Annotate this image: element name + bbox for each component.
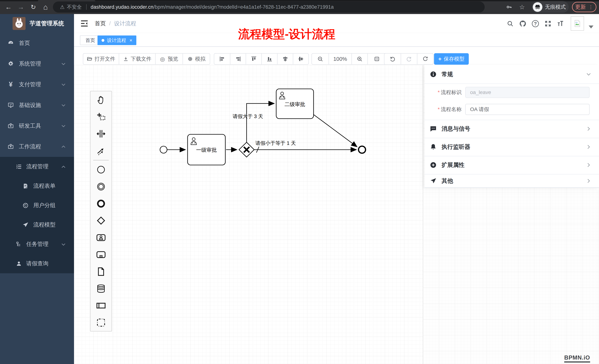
sidebar-item-process-mgmt[interactable]: 流程管理 [0, 157, 74, 176]
space-tool[interactable] [90, 125, 112, 142]
tab-design-process[interactable]: 设计流程 × [97, 35, 136, 45]
sidebar-item-process-model[interactable]: 流程模型 [0, 215, 74, 235]
sidebar-item-infra[interactable]: 基础设施 [0, 95, 74, 116]
create-intermediate-event[interactable] [90, 178, 112, 195]
sidebar-collapse-icon[interactable] [80, 19, 89, 28]
bpmn-io-logo[interactable]: BPMN.iO [564, 354, 590, 363]
create-subprocess[interactable] [90, 246, 112, 263]
section-execution-listener[interactable]: 执行监听器 [424, 138, 599, 156]
avatar[interactable] [571, 16, 584, 31]
github-icon[interactable] [518, 19, 528, 28]
home-button[interactable]: ⌂ [41, 2, 50, 12]
text-size-icon[interactable] [556, 19, 565, 28]
create-exclusive-gateway[interactable] [90, 212, 112, 229]
bpmn-diagram: 一级审批 请假大于 3 天 二级审批 [74, 65, 423, 364]
section-general[interactable]: 常规 [424, 65, 599, 84]
create-user-task[interactable] [90, 229, 112, 246]
browser-update-button[interactable]: 更新 ⋮ [572, 2, 596, 12]
sidebar-item-workflow[interactable]: 工作流程 [0, 136, 74, 157]
align-bottom-button[interactable] [261, 54, 277, 64]
create-data-store[interactable] [90, 280, 112, 297]
back-button[interactable]: ← [4, 2, 13, 12]
align-top-button[interactable] [246, 54, 261, 64]
sidebar-item-system[interactable]: 系统管理 [0, 53, 74, 74]
sequence-flow[interactable] [314, 115, 357, 146]
designer-content: 一级审批 请假大于 3 天 二级审批 [74, 65, 599, 364]
sidebar-item-devtools[interactable]: 研发工具 [0, 116, 74, 136]
zoom-in-button[interactable] [352, 54, 367, 64]
restart-button[interactable] [417, 54, 433, 64]
comment-icon [430, 125, 437, 132]
undo-button[interactable] [384, 54, 401, 64]
sidebar-item-leave-query[interactable]: 请假查询 [0, 254, 74, 273]
process-key-input[interactable] [465, 87, 590, 98]
create-group[interactable] [90, 314, 112, 331]
app-logo-row[interactable]: 芋道管理系统 [0, 14, 74, 33]
browser-menu-dots-icon[interactable]: ⋮ [589, 4, 593, 10]
sidebar-item-label: 流程表单 [33, 182, 55, 190]
page-header: 首页 / 设计流程 ? [74, 14, 599, 33]
lasso-tool[interactable] [90, 108, 112, 125]
search-icon[interactable] [506, 19, 515, 28]
preview-button[interactable]: ◎ 预览 [155, 54, 183, 64]
sidebar-item-label: 用户分组 [33, 202, 55, 209]
security-label[interactable]: 不安全 [67, 4, 82, 10]
align-left-button[interactable] [214, 54, 230, 64]
sidebar-item-label: 请假查询 [26, 260, 48, 267]
fullscreen-icon[interactable] [543, 19, 553, 28]
align-vertical-center-button[interactable] [277, 54, 293, 64]
breadcrumb-home[interactable]: 首页 [95, 20, 106, 27]
create-end-event[interactable] [90, 195, 112, 212]
open-file-button[interactable]: 打开文件 [83, 54, 119, 64]
global-connect-tool[interactable] [90, 142, 112, 159]
section-other[interactable]: 其他 [424, 174, 599, 188]
align-right-button[interactable] [230, 54, 246, 64]
zoom-out-button[interactable] [312, 54, 328, 64]
preview-icon: ◎ [160, 56, 166, 62]
start-event[interactable] [160, 146, 167, 153]
sidebar-item-user-group[interactable]: 用户分组 [0, 196, 74, 215]
url-bar[interactable]: ⚠ 不安全 dashboard.yudao.iocoder.cn /bpm/ma… [53, 1, 485, 13]
section-extended-properties[interactable]: 扩展属性 [424, 156, 599, 174]
bookmark-star-icon[interactable]: ☆ [517, 2, 527, 12]
bpmn-canvas[interactable]: 一级审批 请假大于 3 天 二级审批 [74, 65, 423, 364]
download-file-button[interactable]: 下载文件 [119, 54, 155, 64]
chevron-down-icon [61, 61, 66, 66]
forward-button[interactable]: → [16, 2, 26, 12]
sidebar-item-payment[interactable]: ¥ 支付管理 [0, 74, 74, 95]
zoom-level: 100% [328, 54, 352, 64]
create-participant[interactable] [90, 297, 112, 314]
avatar-caret-icon[interactable] [589, 25, 593, 28]
sidebar-item-label: 工作流程 [19, 143, 41, 150]
history-button-group [384, 53, 433, 65]
sidebar-item-process-form[interactable]: 流程表单 [0, 176, 74, 196]
process-name-input[interactable] [465, 104, 590, 115]
close-icon[interactable]: × [130, 37, 132, 43]
main-area: 首页 / 设计流程 ? [74, 14, 599, 364]
designer-toolbar: 打开文件 下载文件 ◎ 预览 [74, 47, 599, 65]
create-start-event[interactable] [90, 161, 112, 178]
password-key-icon[interactable] [504, 2, 514, 12]
end-event[interactable] [359, 146, 366, 153]
flow-label[interactable]: 请假大于 3 天 [233, 114, 263, 119]
sequence-flow-gt3[interactable] [247, 103, 274, 142]
section-message-signal[interactable]: 消息与信号 [424, 120, 599, 138]
simulate-button[interactable]: 模拟 [183, 54, 210, 64]
flow-label[interactable]: 请假小于等于 1 天 [255, 140, 296, 146]
hand-tool[interactable] [90, 91, 112, 108]
save-model-button[interactable]: + 保存模型 [434, 53, 469, 65]
reload-button[interactable]: ↻ [28, 2, 38, 12]
chevron-down-icon [61, 82, 66, 87]
tag-tabs-bar: 首页 设计流程 × [74, 33, 599, 47]
button-label: 打开文件 [95, 55, 115, 62]
sidebar-item-home[interactable]: 首页 [0, 33, 74, 53]
zoom-reset-button[interactable] [367, 54, 386, 64]
task-label: 一级审批 [196, 147, 217, 153]
incognito-badge: 无痕模式 [532, 1, 569, 13]
align-horizontal-center-button[interactable] [293, 54, 308, 64]
create-data-object[interactable] [90, 263, 112, 280]
help-icon[interactable]: ? [531, 19, 540, 28]
sidebar-item-label: 支付管理 [19, 81, 41, 88]
sidebar-item-task-mgmt[interactable]: 任务管理 [0, 235, 74, 254]
redo-button[interactable] [401, 54, 417, 64]
